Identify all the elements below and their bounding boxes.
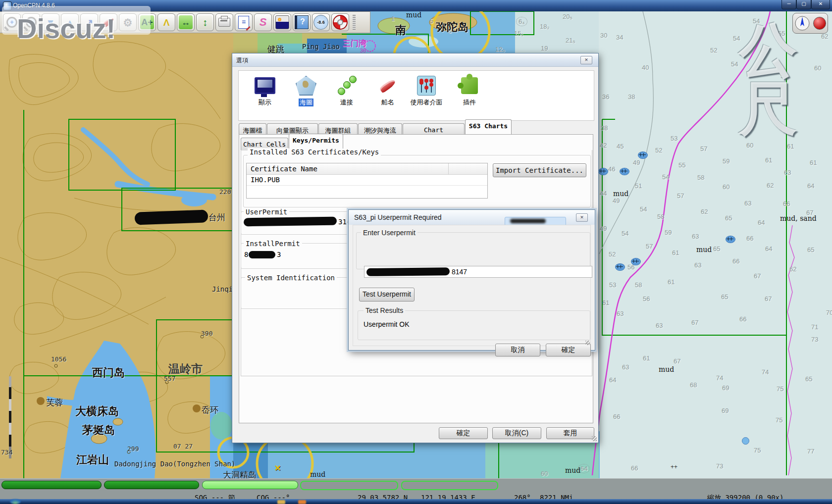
depth-sounding: 51 (635, 182, 642, 190)
chart-quilting-button[interactable]: ↕ (196, 13, 214, 31)
certificate-table[interactable]: Certificate Name IHO.PUB (246, 163, 488, 199)
page-label: 顯示 (258, 99, 272, 106)
boat-icon (368, 75, 407, 97)
depth-sounding: 36 (602, 93, 609, 101)
windows-taskbar[interactable] (0, 499, 832, 504)
map-label: 茅埏岛 (82, 423, 115, 438)
compass-widget[interactable] (792, 13, 828, 34)
depth-sounding: 63 (694, 261, 701, 269)
maximize-button[interactable]: ▢ (796, 0, 811, 9)
depth-sounding: 75 (754, 447, 761, 454)
options-apply-button[interactable]: 套用 (546, 427, 594, 439)
map-label: ✕ (274, 463, 281, 473)
depth-sounding: 18₂ (540, 23, 550, 30)
certificate-name-column[interactable]: Certificate Name (251, 165, 317, 173)
map-label: mud (406, 11, 421, 19)
userpermit-input[interactable]: 8147 (364, 266, 592, 278)
depth-sounding: 6₄ (516, 17, 527, 26)
import-certificate-button[interactable]: Import Certificate... (493, 163, 586, 177)
options-ok-button[interactable]: 確定 (439, 427, 488, 439)
status-bar: SOG --- 節 COG ---° 29 03.5782 N 121 19.1… (0, 478, 832, 500)
depth-sounding: 53 (609, 281, 616, 289)
options-page-5[interactable]: 使用者介面 (407, 75, 446, 106)
help-button[interactable]: ? (293, 13, 311, 31)
certificate-row[interactable]: IHO.PUB (247, 174, 487, 186)
certificate-table-header[interactable]: Certificate Name (247, 163, 487, 175)
depth-sounding: 52 (710, 47, 717, 54)
depth-sounding: 66 (732, 257, 739, 265)
depth-sounding: 68 (690, 381, 697, 389)
map-label: Jinqi (212, 285, 233, 293)
test-userpermit-button[interactable]: Test Userpermit (359, 288, 415, 302)
gps-bar-1 (1, 481, 102, 489)
userpermit-dialog: S63_pi Userpermit Required ✕ Enter Userp… (348, 209, 595, 351)
options-page-1[interactable]: 顯示 (246, 75, 284, 106)
depth-sounding: 70 (826, 309, 832, 316)
depth-sounding: 66 (746, 235, 753, 242)
map-label: mud (565, 466, 580, 474)
wreck-icon (620, 168, 629, 175)
depth-sounding: 54 (622, 230, 628, 237)
depth-sounding: 61 (602, 299, 609, 306)
options-page-2[interactable]: 海圖 (287, 75, 325, 106)
options-page-3[interactable]: 連接 (327, 75, 366, 106)
map-label: 390 (201, 330, 212, 337)
options-dialog-title: 選項 (236, 56, 248, 65)
measure-button[interactable]: Λ (157, 13, 175, 31)
userpermit-input-tail: 8147 (452, 268, 467, 276)
gps-bar-3 (202, 481, 298, 489)
userpermit-dialog-title: S63_pi Userpermit Required (354, 213, 442, 221)
map-label: 220 (219, 188, 231, 196)
opencpn-window: 15812₀6₄15₁18₂20₅21₅19303440383638525454… (0, 0, 832, 504)
depth-sounding: 67 (691, 319, 698, 326)
depth-sounding: 59 (723, 157, 729, 165)
tab-s63-charts[interactable]: S63 Charts (465, 119, 512, 134)
options-page-6[interactable]: 插件 (450, 75, 489, 106)
enter-userpermit-groupbox (356, 232, 590, 269)
depth-sounding: 55 (678, 161, 685, 169)
depth-sounding: 69 (722, 407, 728, 414)
change-chart-button[interactable]: ↔ (177, 13, 195, 31)
taskbar-icon[interactable] (277, 500, 285, 504)
toolbar-grip[interactable] (353, 15, 356, 30)
close-button[interactable]: ✕ (811, 0, 830, 9)
depth-sounding: 64 (758, 219, 765, 226)
depth-sounding: 63 (784, 169, 791, 176)
resize-grip[interactable] (585, 341, 590, 345)
options-dialog-titlebar[interactable]: 選項 ✕ (232, 53, 598, 67)
print-button[interactable] (215, 13, 233, 31)
depth-sounding: 57 (646, 243, 653, 250)
depth-sounding: 21₅ (566, 37, 575, 44)
watermark-text: Discuz! (17, 15, 115, 43)
depth-sounding: 12₀ (495, 46, 505, 53)
clock-button[interactable]: -8.6 (312, 13, 330, 31)
depth-sounding: 38 (601, 124, 608, 132)
userpermit-cancel-button[interactable]: 取消 (495, 344, 540, 356)
depth-sounding: 61 (672, 249, 679, 256)
userpermit-dialog-titlebar[interactable]: S63_pi Userpermit Required ✕ (349, 210, 595, 225)
depth-sounding: 65 (725, 214, 732, 222)
sliders-icon (407, 75, 446, 97)
options-cancel-button[interactable]: 取消(C) (492, 427, 541, 439)
mob-button[interactable] (331, 13, 349, 31)
minimize-button[interactable]: ─ (781, 0, 796, 9)
userpermit-redaction (244, 217, 337, 227)
depth-sounding: 66 (613, 413, 620, 420)
day-night-button[interactable] (273, 13, 291, 31)
depth-sounding: 63 (744, 200, 751, 207)
depth-sounding: 52 (655, 147, 662, 154)
map-label: 1056 (51, 355, 66, 363)
route-manager-button[interactable]: ≡ (235, 13, 253, 31)
depth-sounding: 42 (600, 142, 607, 149)
userpermit-ok-button[interactable]: 確定 (546, 344, 591, 356)
options-page-4[interactable]: 船名 (368, 75, 407, 106)
depth-sounding: 67 (674, 357, 680, 365)
userpermit-close-icon[interactable]: ✕ (576, 213, 588, 222)
resize-grip[interactable] (592, 436, 597, 441)
column-divider[interactable] (448, 163, 449, 174)
track-button[interactable]: S (254, 13, 272, 31)
subtab-keys-permits[interactable]: Keys/Permits (289, 134, 343, 149)
taskbar-icon[interactable] (298, 500, 306, 504)
start-button[interactable] (10, 499, 21, 504)
options-close-icon[interactable]: ✕ (580, 56, 592, 64)
